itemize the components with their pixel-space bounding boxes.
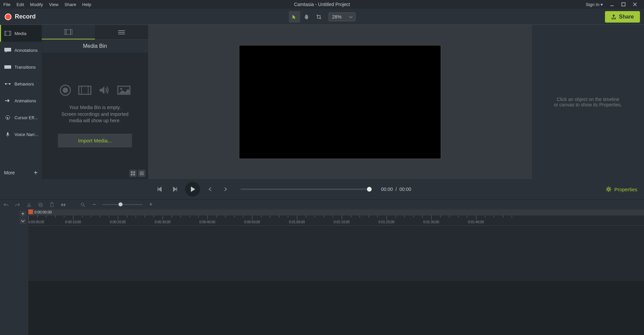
- zoom-in-button[interactable]: +: [147, 201, 154, 208]
- add-track-button[interactable]: +: [20, 211, 26, 217]
- scrubber-thumb[interactable]: [367, 187, 372, 192]
- minimize-button[interactable]: [610, 2, 614, 7]
- zoom-out-button[interactable]: −: [91, 201, 98, 208]
- timeline-zoom-slider[interactable]: [102, 204, 143, 205]
- sidebar: Media Annotations Transitions Behaviors …: [0, 25, 42, 179]
- properties-button[interactable]: Properties: [606, 186, 637, 192]
- select-tool[interactable]: [289, 11, 300, 23]
- menu-share[interactable]: Share: [65, 2, 76, 7]
- annotations-icon: [4, 48, 11, 53]
- redo-button[interactable]: [14, 201, 21, 208]
- maximize-button[interactable]: [621, 2, 626, 7]
- media-panel: Media Bin Your Media Bin is empty. Scree…: [42, 25, 148, 179]
- svg-rect-14: [64, 29, 72, 35]
- filmstrip-icon: [64, 29, 72, 35]
- step-forward-button[interactable]: [170, 184, 180, 195]
- tick-label: 0:01:10;00: [334, 220, 349, 224]
- svg-rect-30: [133, 174, 135, 175]
- sidebar-item-voice-narration[interactable]: Voice Narr...: [0, 126, 42, 143]
- properties-panel: Click an object on the timeline or canva…: [532, 25, 644, 179]
- sidebar-item-transitions[interactable]: Transitions: [0, 59, 42, 75]
- menubar: File Edit Modify View Share Help: [0, 2, 91, 7]
- list-icon: [118, 30, 125, 35]
- svg-rect-4: [4, 31, 11, 36]
- next-frame-button[interactable]: [220, 184, 231, 195]
- timeline-search-button[interactable]: [79, 201, 86, 208]
- copy-button[interactable]: [37, 201, 44, 208]
- more-label: More: [4, 170, 15, 175]
- animations-icon: [4, 98, 11, 103]
- svg-rect-10: [9, 83, 10, 85]
- media-tab-library[interactable]: [95, 25, 148, 39]
- timeline-tracks[interactable]: 0:00:00;00 0:00:00;000:00:10;000:00:20;0…: [28, 209, 644, 335]
- undo-button[interactable]: [3, 201, 9, 208]
- audio-icon: [98, 84, 110, 96]
- menu-help[interactable]: Help: [82, 2, 91, 7]
- voice-icon: [4, 132, 11, 137]
- zoom-slider-thumb[interactable]: [118, 202, 123, 206]
- view-grid-button[interactable]: [129, 170, 137, 177]
- share-label: Share: [619, 14, 634, 20]
- svg-rect-27: [131, 171, 133, 173]
- menu-edit[interactable]: Edit: [16, 2, 24, 7]
- behaviors-icon: [4, 81, 11, 86]
- sidebar-more-button[interactable]: More +: [0, 166, 42, 179]
- svg-rect-39: [39, 203, 41, 206]
- svg-rect-22: [79, 86, 91, 94]
- gear-icon: [606, 186, 612, 192]
- svg-point-36: [29, 205, 31, 207]
- svg-rect-29: [131, 174, 133, 175]
- crop-tool[interactable]: [313, 11, 324, 23]
- prev-clip-button[interactable]: [154, 184, 165, 195]
- prev-frame-button[interactable]: [205, 184, 215, 195]
- tick-label: 0:00:50;00: [244, 220, 260, 224]
- svg-rect-8: [4, 65, 11, 69]
- sidebar-item-media[interactable]: Media: [0, 25, 42, 42]
- window-title: Camtasia - Untitled Project: [294, 2, 350, 7]
- svg-rect-40: [40, 204, 42, 207]
- image-icon: [117, 84, 131, 96]
- view-list-button[interactable]: [138, 170, 145, 177]
- record-button[interactable]: Record: [0, 13, 40, 20]
- toolbar: Record 28% Share: [0, 9, 644, 25]
- timeline-track-header: + Track 1: [0, 209, 28, 335]
- timeline-ruler[interactable]: 0:00:00;000:00:10;000:00:20;000:00:30;00…: [28, 215, 644, 226]
- play-button[interactable]: [185, 182, 200, 197]
- canvas-zoom-select[interactable]: 28%: [328, 12, 355, 21]
- svg-point-45: [81, 203, 84, 206]
- collapse-track-button[interactable]: [20, 218, 26, 224]
- svg-rect-43: [61, 204, 63, 206]
- record-circle-icon: [59, 84, 71, 96]
- paste-button[interactable]: [48, 201, 55, 208]
- plus-icon: +: [34, 169, 38, 177]
- sidebar-item-cursor-effects[interactable]: Cursor Eff...: [0, 109, 42, 126]
- playhead-marker[interactable]: [28, 209, 33, 214]
- sidebar-item-label: Annotations: [14, 48, 38, 53]
- menu-modify[interactable]: Modify: [30, 2, 43, 7]
- timeline: + Track 1 0:00:00;00 0:00:00;000:00:10;0…: [0, 209, 644, 335]
- close-button[interactable]: [633, 2, 637, 7]
- cut-button[interactable]: [26, 201, 32, 208]
- sidebar-item-annotations[interactable]: Annotations: [0, 42, 42, 59]
- split-button[interactable]: [60, 201, 67, 208]
- menu-view[interactable]: View: [49, 2, 59, 7]
- svg-rect-44: [64, 204, 65, 206]
- menu-file[interactable]: File: [3, 2, 10, 7]
- sidebar-item-behaviors[interactable]: Behaviors: [0, 75, 42, 92]
- preview-canvas[interactable]: [239, 45, 441, 159]
- sidebar-item-animations[interactable]: Animations: [0, 92, 42, 109]
- sign-in-button[interactable]: Sign In ▾: [586, 2, 603, 7]
- share-button[interactable]: Share: [605, 11, 640, 23]
- tick-label: 0:00:20;00: [110, 220, 126, 224]
- import-media-button[interactable]: Import Media...: [58, 134, 132, 147]
- sidebar-item-label: Behaviors: [14, 81, 34, 87]
- svg-rect-28: [133, 171, 135, 173]
- svg-rect-41: [50, 203, 53, 207]
- playback-scrubber[interactable]: [240, 189, 372, 190]
- pan-tool[interactable]: [301, 11, 312, 23]
- tick-label: 0:01:00;00: [289, 220, 305, 224]
- tick-label: 0:00:40;00: [199, 220, 215, 224]
- media-tab-bin[interactable]: [42, 25, 95, 39]
- track-1-row[interactable]: [28, 226, 644, 281]
- sidebar-item-label: Media: [14, 31, 26, 36]
